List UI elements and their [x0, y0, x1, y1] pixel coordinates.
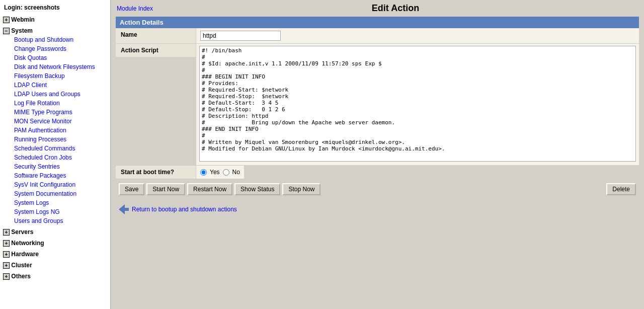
sidebar-item-log-rotation[interactable]: Log File Rotation [0, 99, 110, 108]
boot-label: Start at boot time? [116, 166, 196, 179]
servers-expand-icon: + [3, 229, 10, 236]
sidebar-item-ldap-client[interactable]: LDAP Client [0, 81, 110, 90]
script-row: Action Script #! /bin/bash # # $Id: apac… [116, 44, 639, 166]
back-arrow-icon [119, 204, 129, 214]
boot-no-label: No [232, 169, 240, 176]
sidebar-item-system-docs[interactable]: System Documentation [0, 189, 110, 198]
script-textarea[interactable]: #! /bin/bash # # $Id: apache.init,v 1.1 … [199, 46, 636, 162]
boot-row: Start at boot time? Yes No [116, 166, 639, 179]
sidebar-item-ldap-users[interactable]: LDAP Users and Groups [0, 90, 110, 99]
sidebar-section-hardware: + Hardware [0, 249, 110, 260]
sidebar-item-system-logs[interactable]: System Logs [0, 198, 110, 207]
show-status-button[interactable]: Show Status [234, 183, 280, 195]
return-link[interactable]: Return to bootup and shutdown actions [132, 206, 237, 213]
sidebar-section-header-networking[interactable]: + Networking [0, 239, 110, 248]
sidebar-section-header-webmin[interactable]: + Webmin [0, 15, 110, 24]
sidebar-item-change-passwords[interactable]: Change Passwords [0, 44, 110, 53]
boot-yes-label: Yes [210, 169, 220, 176]
sidebar-section-header-hardware[interactable]: + Hardware [0, 250, 110, 259]
return-link-row: Return to bootup and shutdown actions [116, 199, 639, 219]
boot-radio-group: Yes No [196, 166, 244, 179]
name-field-container [196, 28, 639, 43]
sidebar-section-header-system[interactable]: − System [0, 26, 110, 35]
cluster-expand-icon: + [3, 262, 10, 269]
page-title: Edit Action [153, 3, 638, 14]
sidebar-item-running-processes[interactable]: Running Processes [0, 135, 110, 144]
section-header: Action Details [116, 17, 639, 28]
restart-now-button[interactable]: Restart Now [187, 183, 232, 195]
content-area: Action Details Name Action Script #! /bi… [116, 17, 639, 219]
sidebar-item-bootup[interactable]: Bootup and Shutdown [0, 35, 110, 44]
hardware-expand-icon: + [3, 251, 10, 258]
sidebar-item-mon[interactable]: MON Service Monitor [0, 117, 110, 126]
sidebar: Login: screenshots + Webmin − System Boo… [0, 0, 111, 309]
sidebar-item-software-packages[interactable]: Software Packages [0, 171, 110, 180]
webmin-expand-icon: + [3, 17, 10, 23]
sidebar-item-disk-network[interactable]: Disk and Network Filesystems [0, 62, 110, 71]
boot-yes-radio[interactable] [200, 169, 207, 176]
sidebar-item-sysv[interactable]: SysV Init Configuration [0, 180, 110, 189]
sidebar-item-scheduled-commands[interactable]: Scheduled Commands [0, 144, 110, 153]
sidebar-item-pam[interactable]: PAM Authentication [0, 126, 110, 135]
sidebar-item-cron-jobs[interactable]: Scheduled Cron Jobs [0, 153, 110, 162]
sidebar-section-system: − System Bootup and Shutdown Change Pass… [0, 25, 110, 226]
networking-expand-icon: + [3, 240, 10, 247]
others-expand-icon: + [3, 273, 10, 280]
sidebar-item-disk-quotas[interactable]: Disk Quotas [0, 53, 110, 62]
script-label: Action Script [116, 44, 196, 57]
sidebar-item-mime[interactable]: MIME Type Programs [0, 108, 110, 117]
sidebar-item-security-sentries[interactable]: Security Sentries [0, 162, 110, 171]
module-index-link[interactable]: Module Index [117, 5, 153, 12]
name-label: Name [116, 28, 196, 43]
main-header: Module Index Edit Action [111, 0, 644, 17]
system-items: Bootup and Shutdown Change Passwords Dis… [0, 35, 110, 225]
sidebar-section-networking: + Networking [0, 238, 110, 249]
sidebar-login: Login: screenshots [0, 2, 110, 14]
sidebar-section-webmin: + Webmin [0, 14, 110, 25]
sidebar-item-filesystem-backup[interactable]: Filesystem Backup [0, 71, 110, 81]
start-now-button[interactable]: Start Now [146, 183, 185, 195]
sidebar-item-system-logs-ng[interactable]: System Logs NG [0, 207, 110, 216]
button-row: Save Start Now Restart Now Show Status S… [116, 179, 639, 199]
stop-now-button[interactable]: Stop Now [282, 183, 320, 195]
main-content: Module Index Edit Action Action Details … [111, 0, 644, 309]
sidebar-section-header-others[interactable]: + Others [0, 272, 110, 281]
save-button[interactable]: Save [119, 183, 144, 195]
delete-button[interactable]: Delete [606, 183, 636, 195]
sidebar-section-header-cluster[interactable]: + Cluster [0, 261, 110, 270]
system-collapse-icon: − [3, 28, 10, 34]
sidebar-section-header-servers[interactable]: + Servers [0, 227, 110, 237]
sidebar-section-cluster: + Cluster [0, 260, 110, 271]
name-input[interactable] [200, 31, 281, 41]
boot-no-radio[interactable] [223, 169, 229, 176]
sidebar-section-servers: + Servers [0, 226, 110, 238]
name-row: Name [116, 28, 639, 44]
sidebar-item-users-groups[interactable]: Users and Groups [0, 216, 110, 225]
script-field-container: #! /bin/bash # # $Id: apache.init,v 1.1 … [196, 44, 639, 165]
sidebar-section-others: + Others [0, 271, 110, 282]
